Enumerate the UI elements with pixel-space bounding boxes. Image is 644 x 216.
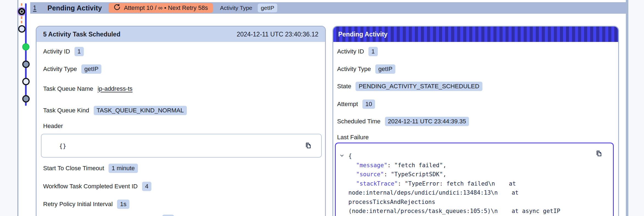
row-value-badge: TASK_QUEUE_KIND_NORMAL	[94, 106, 187, 115]
row-label: Activity ID	[337, 48, 364, 55]
row-label: Scheduled Time	[337, 118, 381, 125]
row-label: Task Queue Name	[43, 85, 93, 92]
row-label: Attempt	[337, 101, 358, 108]
row-value-badge: 1	[74, 47, 84, 56]
last-failure-code-block: { "message": "fetch failed", "source": "…	[335, 143, 614, 216]
left-panel-timestamp: 2024-12-11 UTC 23:40:36.12	[237, 31, 319, 38]
activity-type-label: Activity Type	[220, 5, 252, 11]
row-label: Header	[43, 123, 63, 130]
left-panel-header: 5 Activity Task Scheduled 2024-12-11 UTC…	[37, 27, 325, 42]
row-value-badge: 1 minute	[109, 164, 138, 173]
timeline-dot-completed-icon[interactable]	[22, 43, 29, 50]
retry-status-badge: Attempt 10 / ∞ • Next Retry 58s	[109, 3, 213, 13]
detail-row-activity-type: Activity Type getIP	[337, 64, 395, 74]
row-value-badge: 1s	[117, 200, 129, 209]
code-line: "message": "fetch failed",	[348, 161, 605, 170]
row-value-badge: 1	[368, 47, 378, 56]
task-queue-link[interactable]: ip-address-ts	[98, 85, 132, 92]
container-border-right	[626, 0, 628, 216]
detail-row-state: State PENDING_ACTIVITY_STATE_SCHEDULED	[337, 82, 482, 91]
timeline-dot-pending-icon[interactable]	[22, 78, 30, 85]
row-value-badge: getIP	[81, 64, 101, 74]
header-code-value: {}	[59, 142, 66, 149]
row-value-badge: 4	[142, 182, 151, 191]
timeline-dot-open-icon[interactable]	[18, 25, 26, 33]
row-label: Activity Type	[43, 66, 77, 73]
detail-row-wft-completed-id: Workflow Task Completed Event ID 4	[43, 182, 151, 191]
right-panel-title: Pending Activity	[338, 31, 387, 38]
event-history-expanded-row: 1 Pending Activity Attempt 10 / ∞ • Next…	[0, 0, 644, 216]
copy-icon[interactable]	[595, 149, 603, 158]
timeline-line	[25, 3, 27, 106]
detail-row-header-label: Header	[43, 123, 63, 130]
code-line: "stackTrace": "TypeError: fetch failed\n…	[348, 179, 605, 189]
detail-row-task-queue-kind: Task Queue Kind TASK_QUEUE_KIND_NORMAL	[43, 106, 187, 115]
row-label: Workflow Task Completed Event ID	[43, 183, 138, 190]
row-label: Task Queue Kind	[43, 107, 89, 114]
detail-row-scheduled-time: Scheduled Time 2024-12-11 UTC 23:44:39.3…	[337, 117, 469, 126]
page-background-right	[628, 0, 644, 216]
detail-row-activity-id: Activity ID 1	[43, 47, 84, 56]
detail-row-attempt: Attempt 10	[337, 100, 375, 109]
row-value-badge: PENDING_ACTIVITY_STATE_SCHEDULED	[356, 82, 482, 91]
timeline-dot-neutral-icon[interactable]	[22, 61, 30, 68]
row-label: State	[337, 83, 351, 90]
detail-row-activity-type: Activity Type getIP	[43, 64, 101, 74]
row-label: Activity ID	[43, 48, 70, 55]
timeline-dot-neutral-icon[interactable]	[22, 95, 30, 103]
clipped-badge	[162, 215, 174, 216]
detail-row-start-to-close: Start To Close Timeout 1 minute	[43, 164, 138, 173]
timeline-dot-current-icon[interactable]	[18, 8, 25, 15]
row-value-badge: 2024-12-11 UTC 23:44:39.35	[385, 117, 469, 126]
code-line: {	[348, 152, 605, 161]
detail-row-task-queue-name: Task Queue Name ip-address-ts	[43, 85, 132, 92]
retry-icon	[113, 4, 121, 12]
chevron-down-icon[interactable]	[340, 153, 344, 158]
detail-row-retry-initial-interval: Retry Policy Initial Interval 1s	[43, 200, 129, 209]
row-label: Start To Close Timeout	[43, 165, 104, 172]
row-label: Activity Type	[337, 66, 371, 73]
detail-row-activity-id: Activity ID 1	[337, 47, 378, 56]
event-row-header[interactable]: 1 Pending Activity Attempt 10 / ∞ • Next…	[30, 2, 626, 14]
right-panel-header: Pending Activity	[333, 27, 618, 42]
pending-activity-panel: Pending Activity Activity ID 1 Activity …	[332, 26, 619, 216]
page-background-left	[0, 0, 17, 216]
copy-icon[interactable]	[304, 141, 312, 150]
timeline-dashed-connector	[21, 3, 22, 28]
left-panel-title: 5 Activity Task Scheduled	[43, 31, 120, 38]
activity-task-scheduled-panel: 5 Activity Task Scheduled 2024-12-11 UTC…	[36, 26, 326, 216]
row-value-badge: getIP	[375, 64, 395, 74]
activity-type-badge: getIP	[258, 4, 277, 12]
retry-badge-label: Attempt 10 / ∞ • Next Retry 58s	[124, 4, 208, 12]
code-line: "source": "TypeScriptSDK",	[348, 170, 605, 179]
row-label: Retry Policy Initial Interval	[43, 201, 113, 208]
detail-row-last-failure-label: Last Failure	[337, 134, 369, 141]
header-code-block: {}	[41, 134, 322, 158]
code-line: (node:internal/process/task_queues:105:5…	[348, 207, 605, 216]
event-title: Pending Activity	[48, 4, 102, 12]
container-border-left	[17, 0, 18, 216]
row-label: Last Failure	[337, 134, 369, 141]
event-id-link[interactable]: 1	[33, 4, 37, 12]
code-line: processTicksAndRejections	[348, 198, 605, 207]
row-value-badge: 10	[362, 100, 375, 109]
code-line: node:internal/deps/undici/undici:13484:1…	[348, 188, 605, 198]
